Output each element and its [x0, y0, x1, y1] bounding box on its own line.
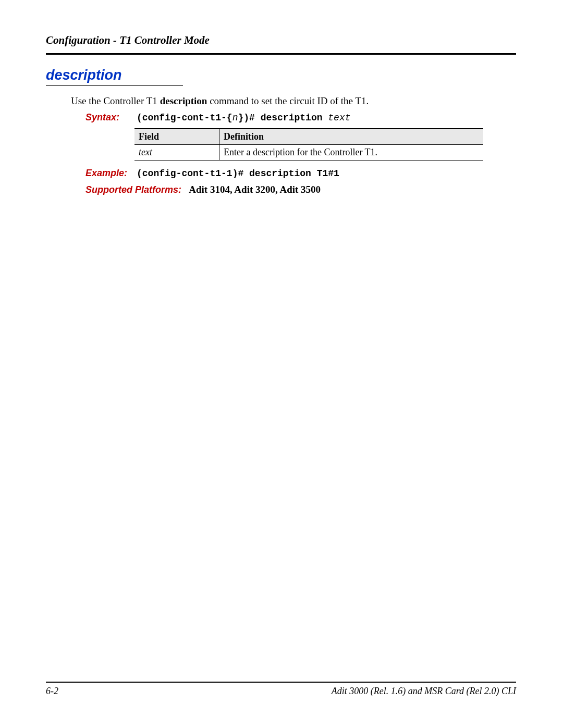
syntax-n: n — [232, 113, 238, 123]
footer: 6-2 Adit 3000 (Rel. 1.6) and MSR Card (R… — [46, 682, 516, 697]
platforms-value: Adit 3104, Adit 3200, Adit 3500 — [189, 184, 321, 195]
param-table: Field Definition text Enter a descriptio… — [134, 128, 483, 161]
th-field: Field — [134, 129, 219, 145]
syntax-arg: text — [328, 113, 350, 123]
syntax-label: Syntax: — [85, 112, 137, 123]
footer-rule — [46, 682, 516, 683]
section-title: description — [46, 67, 183, 86]
th-definition: Definition — [219, 129, 484, 145]
doc-name: Adit 3000 (Rel. 1.6) and MSR Card (Rel 2… — [332, 686, 516, 697]
intro-post: command to set the circuit ID of the T1. — [207, 95, 369, 106]
page: Configuration - T1 Controller Mode descr… — [0, 0, 563, 728]
example-row: Example: (config-cont-t1-1)# description… — [85, 168, 516, 179]
platforms-row: Supported Platforms: Adit 3104, Adit 320… — [85, 184, 516, 195]
syntax-pre: (config-cont-t1-{ — [137, 113, 232, 123]
syntax-mid: })# description — [238, 113, 328, 123]
page-header: Configuration - T1 Controller Mode — [46, 34, 516, 47]
platforms-label: Supported Platforms: — [85, 184, 181, 195]
syntax-row: Syntax: (config-cont-t1-{n})# descriptio… — [85, 112, 516, 123]
header-rule — [46, 53, 516, 55]
syntax-text: (config-cont-t1-{n})# description text — [137, 113, 351, 123]
intro-bold: description — [160, 95, 207, 106]
td-field: text — [134, 145, 219, 161]
table-header-row: Field Definition — [134, 129, 483, 145]
table-row: text Enter a description for the Control… — [134, 145, 483, 161]
intro-text: Use the Controller T1 description comman… — [71, 95, 516, 107]
example-text: (config-cont-t1-1)# description T1#1 — [137, 168, 339, 179]
footer-row: 6-2 Adit 3000 (Rel. 1.6) and MSR Card (R… — [46, 686, 516, 697]
intro-pre: Use the Controller T1 — [71, 95, 160, 106]
td-definition: Enter a description for the Controller T… — [219, 145, 484, 161]
example-label: Example: — [85, 168, 137, 179]
page-number: 6-2 — [46, 686, 58, 697]
